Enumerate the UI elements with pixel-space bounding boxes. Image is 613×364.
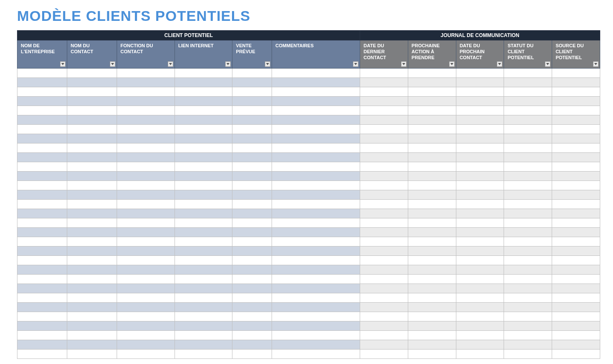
cell-commentaires[interactable] bbox=[272, 228, 360, 237]
cell-vente_prevue[interactable] bbox=[232, 265, 272, 275]
cell-fonction_contact[interactable] bbox=[117, 265, 175, 275]
cell-commentaires[interactable] bbox=[272, 312, 360, 321]
cell-date_dernier_contact[interactable] bbox=[360, 78, 408, 87]
cell-nom_entreprise[interactable] bbox=[17, 312, 67, 321]
cell-statut_client[interactable] bbox=[504, 303, 552, 312]
cell-statut_client[interactable] bbox=[504, 172, 552, 181]
cell-source_client[interactable] bbox=[552, 350, 600, 359]
cell-commentaires[interactable] bbox=[272, 134, 360, 143]
cell-nom_contact[interactable] bbox=[67, 265, 117, 275]
cell-prochaine_action[interactable] bbox=[408, 228, 456, 237]
column-header-statut_client[interactable]: STATUT DU CLIENT POTENTIEL bbox=[504, 40, 552, 69]
cell-commentaires[interactable] bbox=[272, 246, 360, 256]
cell-statut_client[interactable] bbox=[504, 143, 552, 153]
cell-prochaine_action[interactable] bbox=[408, 256, 456, 265]
cell-nom_contact[interactable] bbox=[67, 340, 117, 350]
cell-source_client[interactable] bbox=[552, 246, 600, 256]
cell-fonction_contact[interactable] bbox=[117, 228, 175, 237]
cell-date_dernier_contact[interactable] bbox=[360, 303, 408, 312]
cell-lien_internet[interactable] bbox=[175, 172, 232, 181]
cell-source_client[interactable] bbox=[552, 331, 600, 340]
cell-fonction_contact[interactable] bbox=[117, 209, 175, 218]
cell-vente_prevue[interactable] bbox=[232, 340, 272, 350]
cell-date_dernier_contact[interactable] bbox=[360, 69, 408, 78]
cell-nom_contact[interactable] bbox=[67, 97, 117, 106]
cell-date_dernier_contact[interactable] bbox=[360, 172, 408, 181]
cell-statut_client[interactable] bbox=[504, 134, 552, 143]
cell-lien_internet[interactable] bbox=[175, 97, 232, 106]
cell-prochaine_action[interactable] bbox=[408, 172, 456, 181]
cell-source_client[interactable] bbox=[552, 106, 600, 115]
cell-nom_entreprise[interactable] bbox=[17, 134, 67, 143]
cell-vente_prevue[interactable] bbox=[232, 200, 272, 209]
cell-statut_client[interactable] bbox=[504, 162, 552, 172]
filter-dropdown-icon[interactable] bbox=[545, 61, 550, 67]
cell-commentaires[interactable] bbox=[272, 106, 360, 115]
cell-nom_contact[interactable] bbox=[67, 134, 117, 143]
cell-prochaine_action[interactable] bbox=[408, 293, 456, 303]
cell-date_prochain_contact[interactable] bbox=[456, 256, 504, 265]
cell-fonction_contact[interactable] bbox=[117, 87, 175, 97]
cell-source_client[interactable] bbox=[552, 209, 600, 218]
cell-prochaine_action[interactable] bbox=[408, 134, 456, 143]
cell-source_client[interactable] bbox=[552, 153, 600, 162]
cell-statut_client[interactable] bbox=[504, 115, 552, 125]
cell-date_dernier_contact[interactable] bbox=[360, 312, 408, 321]
cell-source_client[interactable] bbox=[552, 143, 600, 153]
cell-date_prochain_contact[interactable] bbox=[456, 340, 504, 350]
cell-date_dernier_contact[interactable] bbox=[360, 256, 408, 265]
cell-date_dernier_contact[interactable] bbox=[360, 246, 408, 256]
cell-date_dernier_contact[interactable] bbox=[360, 228, 408, 237]
cell-date_prochain_contact[interactable] bbox=[456, 125, 504, 134]
cell-date_prochain_contact[interactable] bbox=[456, 312, 504, 321]
cell-date_prochain_contact[interactable] bbox=[456, 162, 504, 172]
cell-source_client[interactable] bbox=[552, 181, 600, 190]
cell-nom_contact[interactable] bbox=[67, 321, 117, 331]
cell-date_prochain_contact[interactable] bbox=[456, 218, 504, 228]
cell-date_prochain_contact[interactable] bbox=[456, 78, 504, 87]
cell-nom_entreprise[interactable] bbox=[17, 125, 67, 134]
cell-commentaires[interactable] bbox=[272, 69, 360, 78]
cell-lien_internet[interactable] bbox=[175, 162, 232, 172]
cell-date_prochain_contact[interactable] bbox=[456, 284, 504, 293]
cell-date_dernier_contact[interactable] bbox=[360, 331, 408, 340]
cell-date_prochain_contact[interactable] bbox=[456, 172, 504, 181]
cell-fonction_contact[interactable] bbox=[117, 115, 175, 125]
cell-vente_prevue[interactable] bbox=[232, 97, 272, 106]
cell-nom_entreprise[interactable] bbox=[17, 200, 67, 209]
cell-prochaine_action[interactable] bbox=[408, 265, 456, 275]
cell-nom_entreprise[interactable] bbox=[17, 78, 67, 87]
cell-nom_contact[interactable] bbox=[67, 200, 117, 209]
cell-date_dernier_contact[interactable] bbox=[360, 190, 408, 200]
cell-source_client[interactable] bbox=[552, 115, 600, 125]
cell-nom_contact[interactable] bbox=[67, 293, 117, 303]
cell-prochaine_action[interactable] bbox=[408, 312, 456, 321]
cell-date_prochain_contact[interactable] bbox=[456, 331, 504, 340]
cell-lien_internet[interactable] bbox=[175, 350, 232, 359]
cell-commentaires[interactable] bbox=[272, 190, 360, 200]
filter-dropdown-icon[interactable] bbox=[168, 61, 173, 67]
cell-fonction_contact[interactable] bbox=[117, 125, 175, 134]
cell-commentaires[interactable] bbox=[272, 218, 360, 228]
cell-commentaires[interactable] bbox=[272, 125, 360, 134]
cell-fonction_contact[interactable] bbox=[117, 321, 175, 331]
cell-date_prochain_contact[interactable] bbox=[456, 303, 504, 312]
cell-prochaine_action[interactable] bbox=[408, 115, 456, 125]
cell-nom_entreprise[interactable] bbox=[17, 265, 67, 275]
cell-vente_prevue[interactable] bbox=[232, 143, 272, 153]
cell-lien_internet[interactable] bbox=[175, 228, 232, 237]
cell-nom_contact[interactable] bbox=[67, 106, 117, 115]
cell-source_client[interactable] bbox=[552, 162, 600, 172]
cell-commentaires[interactable] bbox=[272, 209, 360, 218]
cell-fonction_contact[interactable] bbox=[117, 350, 175, 359]
filter-dropdown-icon[interactable] bbox=[265, 61, 270, 67]
cell-fonction_contact[interactable] bbox=[117, 78, 175, 87]
cell-date_dernier_contact[interactable] bbox=[360, 143, 408, 153]
cell-nom_contact[interactable] bbox=[67, 331, 117, 340]
cell-vente_prevue[interactable] bbox=[232, 125, 272, 134]
cell-lien_internet[interactable] bbox=[175, 134, 232, 143]
cell-nom_entreprise[interactable] bbox=[17, 106, 67, 115]
cell-prochaine_action[interactable] bbox=[408, 125, 456, 134]
cell-statut_client[interactable] bbox=[504, 190, 552, 200]
cell-date_dernier_contact[interactable] bbox=[360, 125, 408, 134]
